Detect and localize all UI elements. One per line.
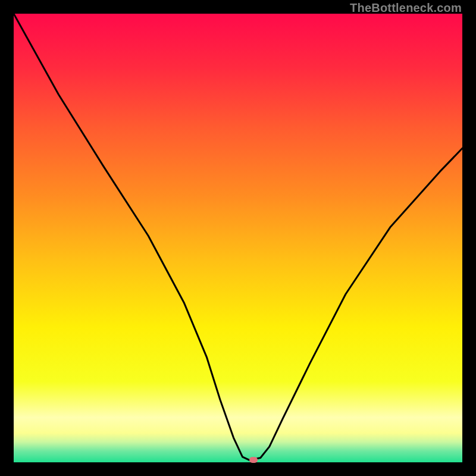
- optimum-marker: [249, 457, 258, 463]
- svg-rect-0: [14, 14, 462, 462]
- watermark-text: TheBottleneck.com: [350, 1, 462, 15]
- background-gradient: [14, 14, 462, 462]
- plot-frame: [14, 14, 462, 462]
